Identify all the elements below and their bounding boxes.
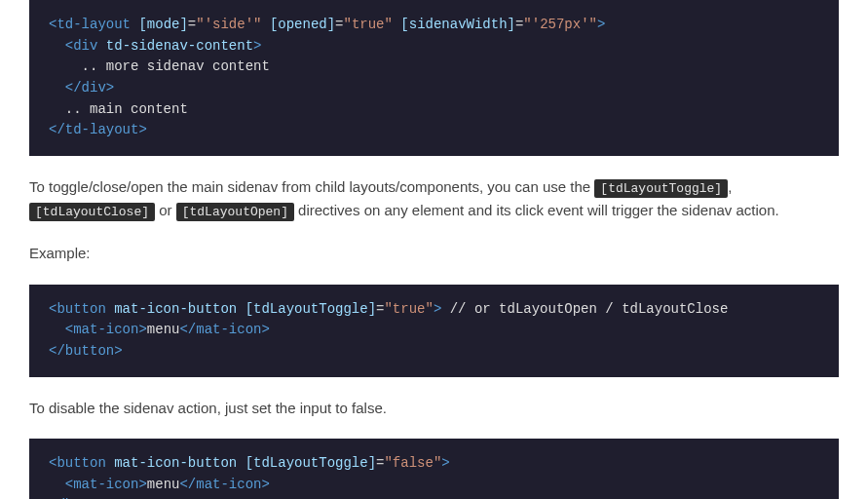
tag-open: <div [49, 38, 97, 54]
paragraph-example: Example: [29, 242, 839, 264]
attr-value: "false" [384, 455, 441, 471]
paragraph-1: To toggle/close/open the main sidenav fr… [29, 175, 839, 222]
tag-close: </td-layout> [49, 122, 147, 137]
attr-value: "true" [344, 17, 393, 32]
attr-value: "'side'" [196, 17, 261, 32]
attr: mat-icon-button [106, 455, 237, 471]
attr: [mode] [138, 17, 187, 32]
attr-value: "'257px'" [523, 17, 597, 32]
tag-close: </button> [49, 343, 123, 359]
code-block-1: <td-layout [mode]="'side'" [opened]="tru… [29, 0, 839, 156]
code-text: menu [147, 477, 180, 492]
code-text: .. more sidenav content [49, 58, 270, 74]
code-block-3: <button mat-icon-button [tdLayoutToggle]… [29, 439, 839, 499]
code-text: .. main content [49, 101, 188, 117]
inline-code: [tdLayoutToggle] [594, 179, 728, 198]
tag-open: <mat-icon> [49, 322, 147, 337]
attr: [opened] [270, 17, 335, 32]
code-text: menu [147, 322, 180, 337]
tag-open: <td-layout [49, 17, 131, 32]
code-comment: // or tdLayoutOpen / tdLayoutClose [441, 301, 728, 317]
tag-close: </div> [49, 80, 114, 96]
inline-code: [tdLayoutClose] [29, 203, 155, 221]
attr: mat-icon-button [106, 301, 237, 317]
tag-open: <mat-icon> [49, 477, 147, 492]
attr: td-sidenav-content [97, 38, 253, 54]
attr: [tdLayoutToggle] [237, 301, 376, 317]
inline-code: [tdLayoutOpen] [176, 203, 294, 221]
tag-open: <button [49, 301, 106, 317]
attr-value: "true" [384, 301, 433, 317]
attr: [tdLayoutToggle] [237, 455, 376, 471]
tag-close: </mat-icon> [179, 322, 269, 337]
paragraph-disable: To disable the sidenav action, just set … [29, 397, 839, 419]
tag-close: </mat-icon> [179, 477, 269, 492]
code-block-2: <button mat-icon-button [tdLayoutToggle]… [29, 285, 839, 377]
tag-open: <button [49, 455, 106, 471]
attr: [sidenavWidth] [400, 17, 515, 32]
